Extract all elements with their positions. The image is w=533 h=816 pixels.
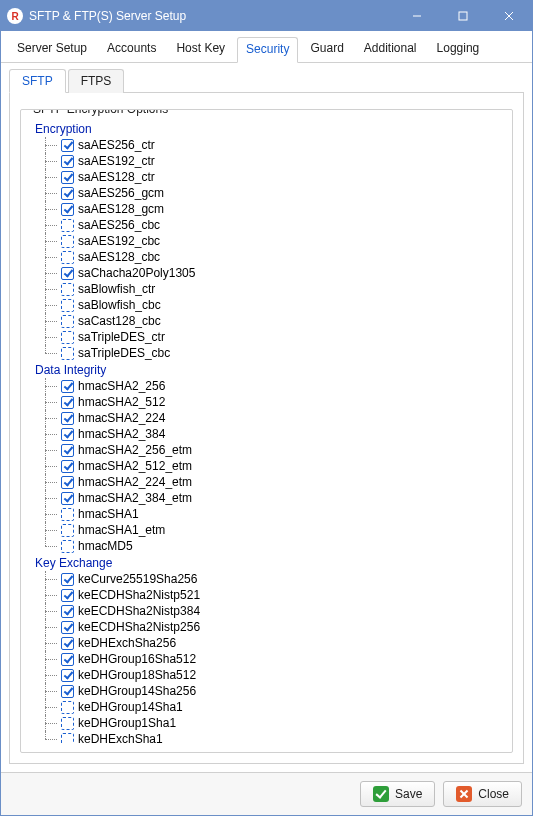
tree-item[interactable]: saTripleDES_ctr	[31, 329, 504, 345]
checkbox[interactable]	[61, 605, 74, 618]
main-tab-strip: Server SetupAccountsHost KeySecurityGuar…	[1, 31, 532, 63]
main-tab-server-setup[interactable]: Server Setup	[9, 37, 95, 62]
checkbox[interactable]	[61, 637, 74, 650]
tree-item[interactable]: hmacSHA2_224	[31, 410, 504, 426]
tree-item[interactable]: hmacSHA2_512_etm	[31, 458, 504, 474]
check-icon	[373, 786, 389, 802]
tree-section-header[interactable]: Data Integrity	[31, 363, 504, 377]
checkbox[interactable]	[61, 267, 74, 280]
save-button[interactable]: Save	[360, 781, 435, 807]
checkbox[interactable]	[61, 524, 74, 537]
tree-item-label: hmacSHA1_etm	[78, 523, 165, 537]
checkbox[interactable]	[61, 139, 74, 152]
tree-item[interactable]: hmacSHA1	[31, 506, 504, 522]
checkbox[interactable]	[61, 717, 74, 730]
tree-item[interactable]: saAES192_cbc	[31, 233, 504, 249]
sub-tab-ftps[interactable]: FTPS	[68, 69, 125, 93]
checkbox[interactable]	[61, 701, 74, 714]
checkbox[interactable]	[61, 380, 74, 393]
tree-item[interactable]: hmacMD5	[31, 538, 504, 554]
checkbox[interactable]	[61, 251, 74, 264]
tree-item-label: keDHGroup14Sha256	[78, 684, 196, 698]
sub-tab-sftp[interactable]: SFTP	[9, 69, 66, 93]
checkbox[interactable]	[61, 299, 74, 312]
tree-item[interactable]: hmacSHA2_384_etm	[31, 490, 504, 506]
checkbox[interactable]	[61, 347, 74, 360]
tree-item-label: saTripleDES_ctr	[78, 330, 165, 344]
checkbox[interactable]	[61, 331, 74, 344]
tree-item[interactable]: keDHExchSha1	[31, 731, 504, 744]
options-tree[interactable]: EncryptionsaAES256_ctrsaAES192_ctrsaAES1…	[29, 120, 504, 744]
checkbox[interactable]	[61, 733, 74, 745]
tree-item[interactable]: saChacha20Poly1305	[31, 265, 504, 281]
sub-tab-strip: SFTPFTPS	[9, 69, 524, 93]
checkbox[interactable]	[61, 396, 74, 409]
tree-item[interactable]: keDHGroup14Sha256	[31, 683, 504, 699]
minimize-button[interactable]	[394, 1, 440, 31]
tree-item[interactable]: keDHGroup18Sha512	[31, 667, 504, 683]
checkbox[interactable]	[61, 187, 74, 200]
tree-item[interactable]: hmacSHA2_512	[31, 394, 504, 410]
checkbox[interactable]	[61, 476, 74, 489]
checkbox[interactable]	[61, 444, 74, 457]
main-tab-additional[interactable]: Additional	[356, 37, 425, 62]
checkbox[interactable]	[61, 219, 74, 232]
checkbox[interactable]	[61, 492, 74, 505]
tree-item-label: keDHGroup1Sha1	[78, 716, 176, 730]
checkbox[interactable]	[61, 203, 74, 216]
tree-item[interactable]: saCast128_cbc	[31, 313, 504, 329]
close-window-button[interactable]	[486, 1, 532, 31]
tree-item[interactable]: keECDHSha2Nistp256	[31, 619, 504, 635]
checkbox[interactable]	[61, 653, 74, 666]
checkbox[interactable]	[61, 315, 74, 328]
tree-item[interactable]: saAES256_gcm	[31, 185, 504, 201]
checkbox[interactable]	[61, 589, 74, 602]
checkbox[interactable]	[61, 669, 74, 682]
tree-item[interactable]: saTripleDES_cbc	[31, 345, 504, 361]
close-icon	[504, 11, 514, 21]
titlebar: SFTP & FTP(S) Server Setup	[1, 1, 532, 31]
checkbox[interactable]	[61, 235, 74, 248]
tree-section-header[interactable]: Encryption	[31, 122, 504, 136]
tree-item[interactable]: hmacSHA2_224_etm	[31, 474, 504, 490]
checkbox[interactable]	[61, 685, 74, 698]
tree-item[interactable]: saAES128_gcm	[31, 201, 504, 217]
tree-item[interactable]: keDHGroup14Sha1	[31, 699, 504, 715]
main-tab-accounts[interactable]: Accounts	[99, 37, 164, 62]
tree-item[interactable]: saAES128_ctr	[31, 169, 504, 185]
tree-item[interactable]: hmacSHA1_etm	[31, 522, 504, 538]
checkbox[interactable]	[61, 428, 74, 441]
tree-item[interactable]: keCurve25519Sha256	[31, 571, 504, 587]
tree-item[interactable]: keDHExchSha256	[31, 635, 504, 651]
tree-item[interactable]: keDHGroup16Sha512	[31, 651, 504, 667]
close-button[interactable]: Close	[443, 781, 522, 807]
checkbox[interactable]	[61, 508, 74, 521]
maximize-button[interactable]	[440, 1, 486, 31]
checkbox[interactable]	[61, 171, 74, 184]
main-tab-guard[interactable]: Guard	[302, 37, 351, 62]
tree-item[interactable]: saAES256_ctr	[31, 137, 504, 153]
checkbox[interactable]	[61, 155, 74, 168]
checkbox[interactable]	[61, 283, 74, 296]
tree-item[interactable]: hmacSHA2_384	[31, 426, 504, 442]
tree-item[interactable]: keECDHSha2Nistp521	[31, 587, 504, 603]
checkbox[interactable]	[61, 573, 74, 586]
tree-item[interactable]: saAES192_ctr	[31, 153, 504, 169]
tree-item[interactable]: hmacSHA2_256_etm	[31, 442, 504, 458]
main-tab-logging[interactable]: Logging	[429, 37, 488, 62]
tree-item[interactable]: saAES256_cbc	[31, 217, 504, 233]
checkbox[interactable]	[61, 621, 74, 634]
tree-item[interactable]: saBlowfish_ctr	[31, 281, 504, 297]
checkbox[interactable]	[61, 460, 74, 473]
tree-item[interactable]: saBlowfish_cbc	[31, 297, 504, 313]
tree-item[interactable]: hmacSHA2_256	[31, 378, 504, 394]
tree-item-label: saAES128_ctr	[78, 170, 155, 184]
main-tab-host-key[interactable]: Host Key	[168, 37, 233, 62]
tree-item[interactable]: keDHGroup1Sha1	[31, 715, 504, 731]
tree-item[interactable]: keECDHSha2Nistp384	[31, 603, 504, 619]
main-tab-security[interactable]: Security	[237, 37, 298, 63]
checkbox[interactable]	[61, 412, 74, 425]
tree-item[interactable]: saAES128_cbc	[31, 249, 504, 265]
checkbox[interactable]	[61, 540, 74, 553]
tree-section-header[interactable]: Key Exchange	[31, 556, 504, 570]
